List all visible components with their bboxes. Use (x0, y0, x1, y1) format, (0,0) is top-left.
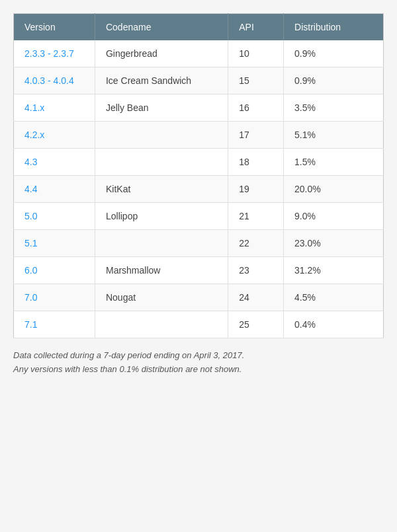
table-row: 4.4KitKat1920.0% (14, 176, 384, 203)
cell-distribution: 5.1% (284, 122, 384, 149)
cell-distribution: 3.5% (284, 95, 384, 122)
cell-codename (95, 230, 228, 257)
footnote-line2: Any versions with less than 0.1% distrib… (13, 364, 242, 374)
table-row: 4.3181.5% (14, 149, 384, 176)
cell-api: 24 (228, 284, 284, 311)
table-header-row: Version Codename API Distribution (14, 14, 384, 41)
cell-version: 5.0 (14, 203, 95, 230)
cell-distribution: 0.9% (284, 40, 384, 67)
cell-version: 5.1 (14, 230, 95, 257)
table-row: 5.12223.0% (14, 230, 384, 257)
main-container: Version Codename API Distribution 2.3.3 … (13, 13, 384, 377)
cell-codename: Nougat (95, 284, 228, 311)
cell-distribution: 9.0% (284, 203, 384, 230)
cell-distribution: 0.9% (284, 67, 384, 95)
cell-distribution: 20.0% (284, 176, 384, 203)
header-distribution: Distribution (284, 14, 384, 41)
cell-api: 15 (228, 67, 284, 95)
footnote: Data collected during a 7-day period end… (13, 349, 384, 377)
cell-codename: Jelly Bean (95, 95, 228, 122)
cell-api: 18 (228, 149, 284, 176)
cell-api: 17 (228, 122, 284, 149)
table-row: 4.2.x175.1% (14, 122, 384, 149)
cell-codename: KitKat (95, 176, 228, 203)
cell-codename (95, 149, 228, 176)
cell-codename (95, 122, 228, 149)
table-row: 4.0.3 - 4.0.4Ice Cream Sandwich150.9% (14, 67, 384, 95)
cell-version: 7.0 (14, 284, 95, 311)
cell-api: 10 (228, 40, 284, 67)
cell-distribution: 4.5% (284, 284, 384, 311)
header-api: API (228, 14, 284, 41)
cell-codename (95, 311, 228, 338)
cell-api: 19 (228, 176, 284, 203)
android-version-table: Version Codename API Distribution 2.3.3 … (13, 13, 384, 338)
cell-distribution: 23.0% (284, 230, 384, 257)
footnote-line1: Data collected during a 7-day period end… (13, 350, 244, 360)
table-row: 7.0Nougat244.5% (14, 284, 384, 311)
cell-version: 4.3 (14, 149, 95, 176)
cell-version: 7.1 (14, 311, 95, 338)
table-row: 4.1.xJelly Bean163.5% (14, 95, 384, 122)
cell-codename: Ice Cream Sandwich (95, 67, 228, 95)
cell-version: 4.0.3 - 4.0.4 (14, 67, 95, 95)
cell-version: 4.1.x (14, 95, 95, 122)
cell-api: 22 (228, 230, 284, 257)
cell-codename: Gingerbread (95, 40, 228, 67)
cell-api: 25 (228, 311, 284, 338)
table-row: 2.3.3 - 2.3.7Gingerbread100.9% (14, 40, 384, 67)
header-codename: Codename (95, 14, 228, 41)
cell-api: 16 (228, 95, 284, 122)
cell-api: 21 (228, 203, 284, 230)
table-row: 7.1250.4% (14, 311, 384, 338)
cell-distribution: 0.4% (284, 311, 384, 338)
cell-version: 4.2.x (14, 122, 95, 149)
cell-api: 23 (228, 257, 284, 284)
cell-codename: Marshmallow (95, 257, 228, 284)
cell-codename: Lollipop (95, 203, 228, 230)
cell-distribution: 31.2% (284, 257, 384, 284)
header-version: Version (14, 14, 95, 41)
cell-version: 4.4 (14, 176, 95, 203)
table-row: 5.0Lollipop219.0% (14, 203, 384, 230)
cell-version: 2.3.3 - 2.3.7 (14, 40, 95, 67)
cell-distribution: 1.5% (284, 149, 384, 176)
table-row: 6.0Marshmallow2331.2% (14, 257, 384, 284)
cell-version: 6.0 (14, 257, 95, 284)
